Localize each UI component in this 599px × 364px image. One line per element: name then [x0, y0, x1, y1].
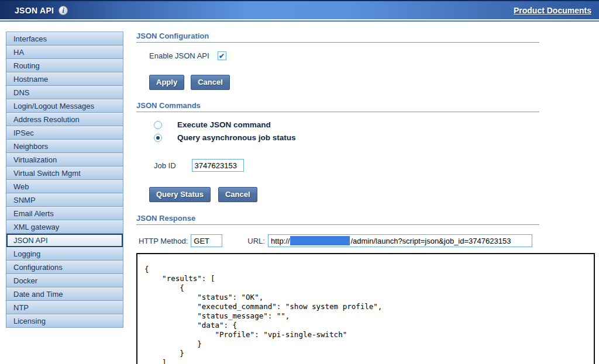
- sidebar-item-ntp[interactable]: NTP: [6, 301, 123, 314]
- radio-query-label: Query asynchronous job status: [177, 133, 296, 142]
- page-title: JSON API: [15, 6, 54, 15]
- sidebar-item-logging[interactable]: Logging: [6, 247, 123, 261]
- sidebar-item-web[interactable]: Web: [6, 180, 123, 193]
- radio-query-circle[interactable]: [154, 134, 162, 142]
- cancel-button-config[interactable]: Cancel: [191, 75, 230, 90]
- radio-execute-json-command[interactable]: Execute JSON command: [154, 120, 595, 129]
- apply-button[interactable]: Apply: [149, 75, 184, 90]
- json-configuration-section-header: JSON Configuration: [136, 32, 539, 43]
- sidebar-item-dns[interactable]: DNS: [6, 86, 123, 99]
- query-status-button[interactable]: Query Status: [149, 187, 211, 202]
- json-response-title: JSON Response: [136, 214, 195, 223]
- sidebar-item-snmp[interactable]: SNMP: [6, 193, 123, 207]
- radio-query-job-status[interactable]: Query asynchronous job status: [154, 133, 595, 142]
- enable-json-api-checkbox[interactable]: ✔: [218, 51, 226, 60]
- sidebar-item-virtualization[interactable]: Virtualization: [6, 153, 123, 167]
- job-id-label: Job ID: [154, 161, 176, 170]
- sidebar-nav: InterfacesHARoutingHostnameDNSLogin/Logo…: [6, 32, 123, 328]
- radio-execute-circle[interactable]: [154, 121, 162, 129]
- sidebar-item-configurations[interactable]: Configurations: [6, 261, 123, 274]
- url-label: URL:: [247, 237, 265, 245]
- http-method-label: HTTP Method:: [139, 237, 188, 245]
- url-host-redaction: [290, 236, 350, 245]
- sidebar-item-interfaces[interactable]: Interfaces: [6, 32, 123, 46]
- sidebar-item-ipsec[interactable]: IPSec: [6, 126, 123, 140]
- checkbox-check-icon: ✔: [219, 52, 225, 60]
- radio-execute-label: Execute JSON command: [177, 120, 271, 129]
- http-method-input[interactable]: [191, 234, 222, 247]
- job-id-input[interactable]: [192, 159, 244, 172]
- sidebar-item-docker[interactable]: Docker: [6, 274, 123, 287]
- url-prefix-text: http://: [271, 237, 290, 245]
- json-response-section-header: JSON Response: [136, 214, 539, 225]
- sidebar-item-date-and-time[interactable]: Date and Time: [6, 287, 123, 301]
- json-response-output[interactable]: { "results": [ { "status": "OK", "execut…: [136, 253, 595, 364]
- json-commands-section-header: JSON Commands: [136, 101, 539, 112]
- header-bar: JSON API i Product Documents: [0, 0, 599, 19]
- sidebar-item-address-resolution[interactable]: Address Resolution: [6, 113, 123, 126]
- content-area: InterfacesHARoutingHostnameDNSLogin/Logo…: [0, 22, 599, 364]
- sidebar-item-xml-gateway[interactable]: XML gateway: [6, 220, 123, 234]
- json-commands-title: JSON Commands: [136, 101, 201, 110]
- sidebar-item-licensing[interactable]: Licensing: [6, 314, 123, 328]
- enable-json-api-label: Enable JSON API: [149, 51, 209, 60]
- sidebar-item-json-api[interactable]: JSON API: [6, 234, 123, 247]
- product-documents-link[interactable]: Product Documents: [514, 6, 591, 15]
- sidebar-item-virtual-switch-mgmt[interactable]: Virtual Switch Mgmt: [6, 167, 123, 180]
- info-icon[interactable]: i: [58, 6, 68, 15]
- cancel-button-commands[interactable]: Cancel: [218, 187, 257, 202]
- sidebar-item-login-logout-messages[interactable]: Login/Logout Messages: [6, 99, 123, 113]
- main-panel: JSON Configuration Enable JSON API ✔ App…: [136, 32, 595, 364]
- radio-selected-dot: [156, 136, 160, 140]
- json-configuration-title: JSON Configuration: [136, 32, 209, 40]
- url-path-text: /admin/launch?script=json&job_id=3747623…: [350, 237, 511, 245]
- sidebar-item-email-alerts[interactable]: Email Alerts: [6, 207, 123, 220]
- sidebar-item-ha[interactable]: HA: [6, 46, 123, 59]
- sidebar-item-routing[interactable]: Routing: [6, 59, 123, 72]
- sidebar-item-neighbors[interactable]: Neighbors: [6, 140, 123, 153]
- sidebar-item-hostname[interactable]: Hostname: [6, 72, 123, 86]
- url-input[interactable]: http:// /admin/launch?script=json&job_id…: [268, 234, 532, 247]
